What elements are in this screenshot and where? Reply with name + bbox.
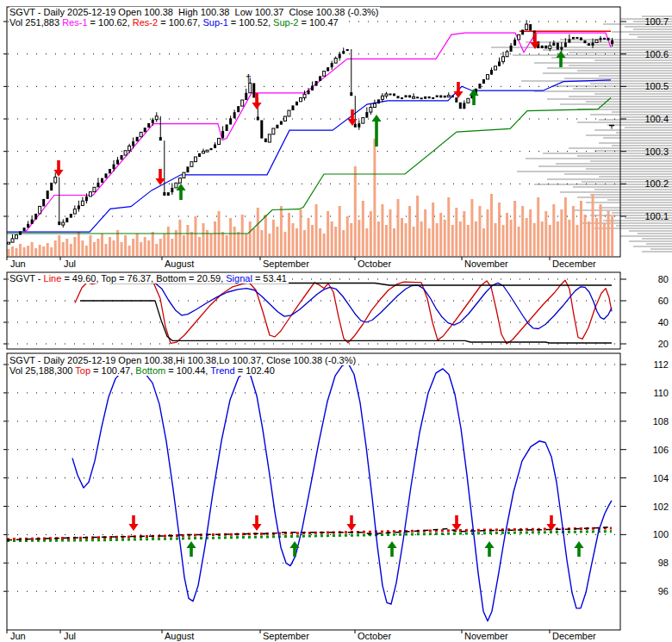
candle <box>373 103 376 107</box>
x-axis-label: October <box>358 631 391 641</box>
candle <box>447 96 450 97</box>
volume-profile-bar <box>625 127 672 128</box>
volume-profile-bar <box>577 70 672 72</box>
volume-bar <box>560 209 563 256</box>
top-panel-title: SGVT - Daily 2025-12-19 Open 100.38 High… <box>9 7 380 17</box>
volume-bar <box>113 240 115 256</box>
volume-bar <box>214 221 216 256</box>
volume-profile-bar <box>599 106 672 108</box>
volume-bar <box>245 234 247 256</box>
volume-profile-bar <box>599 75 672 77</box>
volume-bar <box>401 218 403 256</box>
volume-bar <box>202 223 205 256</box>
volume-bar <box>109 237 111 256</box>
volume-bar <box>155 244 158 256</box>
buy-arrow-icon <box>186 541 196 557</box>
candle <box>541 46 544 48</box>
y-axis-label: 100 <box>653 529 669 539</box>
volume-bar <box>237 232 240 256</box>
x-axis-label: October <box>358 259 391 269</box>
volume-profile-bar <box>586 134 672 136</box>
candle <box>583 41 586 43</box>
candle <box>190 162 193 167</box>
volume-bar <box>252 228 255 256</box>
volume-bar <box>331 221 333 256</box>
title-part: = 100.67, <box>158 17 202 28</box>
candle <box>260 120 263 138</box>
candle <box>11 239 14 242</box>
candle <box>405 95 408 97</box>
title-part: = 49.60, Top = 76.37, Bottom = 20.59, <box>61 273 226 284</box>
volume-bar <box>377 221 380 256</box>
volume-bar <box>257 208 259 256</box>
volume-bar <box>167 227 170 256</box>
volume-bar <box>358 220 360 256</box>
candle <box>23 228 26 231</box>
y-axis-label: 60 <box>658 296 669 306</box>
candle <box>439 96 442 98</box>
candle <box>109 169 111 173</box>
candle <box>175 183 177 188</box>
volume-bar <box>583 215 586 256</box>
candle <box>592 42 594 45</box>
volume-bar <box>486 209 488 256</box>
volume-profile-bar <box>564 173 672 175</box>
volume-bar <box>8 249 10 256</box>
volume-bar <box>420 221 423 256</box>
volume-profile-bar <box>616 225 672 227</box>
volume-bar <box>78 232 80 256</box>
volume-bar <box>144 237 146 256</box>
y-axis-label: 100.2 <box>644 178 669 189</box>
volume-bar <box>537 197 539 256</box>
candle <box>276 125 278 128</box>
volume-profile-bar <box>594 93 672 95</box>
volume-bar <box>241 215 244 256</box>
y-axis-label: 100.1 <box>644 211 669 221</box>
volume-profile-bar <box>616 132 672 134</box>
sell-arrow-icon <box>453 82 463 98</box>
y-axis-label: 100.6 <box>644 49 669 59</box>
candle <box>272 128 275 134</box>
volume-bar <box>136 234 139 256</box>
volume-bar <box>47 243 49 256</box>
candle <box>140 132 142 136</box>
candle <box>432 97 434 99</box>
volume-profile-bar <box>590 160 672 162</box>
title-part: Trend <box>210 365 234 376</box>
bottom-panel-title: SGVT - Daily 2025-12-19 Open 100.38,Hi 1… <box>9 355 358 365</box>
panel-frame <box>7 353 620 630</box>
buy-arrow-icon <box>387 541 396 557</box>
candle <box>521 29 524 34</box>
volume-bar <box>603 223 606 256</box>
volume-bar <box>233 227 236 256</box>
volume-bar <box>346 216 349 256</box>
volume-bar <box>416 196 419 256</box>
candle <box>544 46 547 49</box>
volume-bar <box>354 166 357 256</box>
volume-bar <box>323 234 326 256</box>
title-part: Line <box>44 273 62 284</box>
volume-bar <box>296 228 298 256</box>
title-part: SGVT - <box>9 273 44 284</box>
volume-bar <box>576 225 578 256</box>
volume-bar <box>467 225 470 256</box>
volume-bar <box>31 242 34 256</box>
x-axis-label: Jun <box>10 259 26 269</box>
volume-profile-bar <box>650 248 672 250</box>
candle <box>350 92 352 96</box>
volume-bar <box>229 218 232 256</box>
volume-bar <box>482 228 485 256</box>
volume-profile-bar <box>556 163 672 165</box>
volume-bar <box>121 242 123 256</box>
bottom-panel-indicator-values: Vol 25,188,300 Top = 100.47, Bottom = 10… <box>9 365 277 376</box>
volume-bar <box>39 245 41 256</box>
volume-bar <box>190 232 193 256</box>
volume-profile-bar <box>629 230 672 232</box>
title-part: Res-2 <box>133 17 158 28</box>
volume-bar <box>595 218 598 256</box>
y-axis-label: 104 <box>653 473 669 483</box>
candle <box>486 75 488 79</box>
volume-bar <box>140 242 142 256</box>
candle <box>54 178 57 183</box>
chart-canvas[interactable]: †100.7100.6100.5100.4100.3100.2100.1JunJ… <box>0 0 672 642</box>
